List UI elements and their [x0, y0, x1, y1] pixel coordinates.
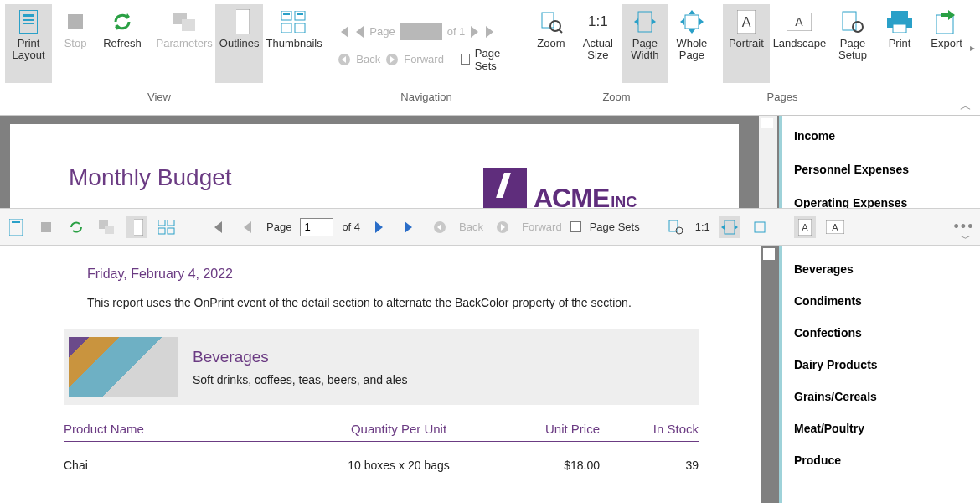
- outline-item[interactable]: Grains/Cereals: [794, 390, 977, 403]
- zoom-small-icon[interactable]: [665, 216, 687, 238]
- outline-item[interactable]: Beverages: [794, 262, 977, 276]
- report-title: Monthly Budget: [69, 164, 232, 191]
- page-sets-checkbox[interactable]: [461, 54, 470, 65]
- zoom-label: Zoom: [537, 38, 565, 49]
- report-page-top: Monthly Budget ACME INC: [10, 124, 739, 208]
- svg-line-19: [559, 29, 562, 33]
- whole-page-icon: [675, 8, 709, 36]
- page-width-icon: [628, 8, 662, 36]
- parameters-small-icon[interactable]: [95, 216, 117, 238]
- parameters-label: Parameters: [157, 38, 213, 49]
- thumbnails-button[interactable]: Thumbnails: [263, 4, 326, 83]
- portrait-label: Portrait: [729, 38, 764, 49]
- cell-price: $18.00: [482, 459, 600, 472]
- parameters-button[interactable]: Parameters: [153, 4, 216, 83]
- landscape-button[interactable]: A Landscape: [770, 4, 829, 83]
- forward-label-2: Forward: [522, 220, 562, 233]
- back-label: Back: [356, 53, 380, 65]
- actual-size-label: Actual Size: [583, 38, 613, 61]
- landscape-icon: A: [782, 8, 816, 36]
- page-word: Page: [369, 25, 395, 38]
- last-page-small-icon[interactable]: [399, 216, 420, 238]
- stop-small-icon[interactable]: [35, 216, 57, 238]
- page-width-label: Page Width: [631, 38, 658, 61]
- portrait-button[interactable]: A Portrait: [723, 4, 770, 83]
- svg-text:A: A: [832, 222, 838, 232]
- svg-rect-11: [281, 23, 291, 33]
- svg-text:A: A: [802, 222, 808, 234]
- first-page-icon[interactable]: [338, 26, 349, 38]
- col-product-name: Product Name: [64, 422, 315, 436]
- outline-item[interactable]: Produce: [794, 454, 977, 467]
- svg-rect-13: [283, 13, 290, 15]
- thumbnails-small-icon[interactable]: [156, 216, 178, 238]
- scrollbar-2[interactable]: [761, 246, 779, 503]
- table-row: Chai 10 boxes x 20 bags $18.00 39: [64, 459, 699, 472]
- col-qty: Quantity Per Unit: [315, 422, 482, 436]
- whole-page-label: Whole Page: [676, 38, 707, 61]
- refresh-button[interactable]: Refresh: [99, 4, 146, 83]
- print-layout-button[interactable]: Print Layout: [5, 4, 52, 83]
- outline-item[interactable]: Personnel Expenses: [794, 163, 977, 176]
- outline-item[interactable]: Income: [794, 129, 977, 143]
- back-small-icon[interactable]: [429, 216, 451, 238]
- print-button[interactable]: Print: [876, 4, 923, 83]
- outline-item[interactable]: Condiments: [794, 294, 977, 308]
- report-viewport-top: Monthly Budget ACME INC: [0, 116, 779, 208]
- forward-small-icon[interactable]: [492, 216, 513, 238]
- stop-button[interactable]: Stop: [52, 4, 99, 83]
- category-image: [69, 337, 178, 397]
- outlines-button[interactable]: Outlines: [215, 4, 262, 83]
- next-page-icon[interactable]: [470, 26, 480, 38]
- landscape-small-icon[interactable]: A: [824, 216, 846, 238]
- col-unit-price: Unit Price: [482, 422, 600, 436]
- outlines-small-icon[interactable]: [126, 216, 147, 238]
- page-input-top[interactable]: [400, 23, 442, 40]
- prev-page-icon[interactable]: [354, 26, 364, 38]
- zoom-icon: [534, 8, 568, 36]
- prev-page-small-icon[interactable]: [236, 216, 258, 238]
- page-width-small-icon[interactable]: [719, 216, 740, 238]
- svg-rect-33: [12, 221, 20, 223]
- table-header: Product Name Quantity Per Unit Unit Pric…: [64, 422, 699, 442]
- cell-stock: 39: [600, 459, 699, 472]
- refresh-small-icon[interactable]: [65, 216, 87, 238]
- page-input-2[interactable]: [300, 218, 333, 236]
- outline-item[interactable]: Dairy Products: [794, 358, 977, 371]
- export-button[interactable]: Export: [923, 4, 970, 83]
- print-layout-small-icon[interactable]: [5, 216, 27, 238]
- scrollbar-top[interactable]: [759, 116, 777, 208]
- outline-item[interactable]: Confections: [794, 326, 977, 340]
- page-setup-button[interactable]: Page Setup: [829, 4, 876, 83]
- ribbon-group-labels: View Navigation Zoom Pages: [0, 91, 980, 106]
- last-page-icon[interactable]: [485, 26, 497, 38]
- svg-rect-12: [295, 23, 305, 33]
- ribbon-top: Print Layout Stop Refresh Parameters Out…: [0, 0, 980, 116]
- onetoone-label-2[interactable]: 1:1: [695, 220, 710, 233]
- ribbon-collapse-icon[interactable]: ︿: [960, 99, 975, 111]
- whole-page-button[interactable]: Whole Page: [668, 4, 715, 83]
- print-label: Print: [889, 38, 911, 49]
- page-sets-checkbox-2[interactable]: [570, 221, 581, 232]
- first-page-small-icon[interactable]: [206, 216, 228, 238]
- svg-rect-40: [168, 220, 174, 226]
- svg-rect-48: [755, 222, 765, 232]
- group-pages-label: Pages: [699, 91, 866, 103]
- overflow-chevron-icon[interactable]: ▸: [970, 42, 975, 54]
- forward-icon[interactable]: [385, 53, 399, 66]
- portrait-icon: A: [730, 8, 763, 36]
- portrait-small-icon[interactable]: A: [794, 216, 816, 238]
- navigation-group: Page of 1 Back Forward Page Sets: [333, 4, 520, 91]
- whole-page-small-icon[interactable]: [749, 216, 771, 238]
- brand-suffix: INC: [611, 194, 637, 208]
- zoom-button[interactable]: Zoom: [528, 4, 575, 83]
- toolbar2-collapse-icon[interactable]: ﹀: [960, 231, 975, 243]
- of-label-top: of 1: [447, 25, 466, 38]
- actual-size-button[interactable]: 1:1 Actual Size: [575, 4, 622, 83]
- acme-logo-icon: [483, 168, 527, 208]
- page-width-button[interactable]: Page Width: [622, 4, 668, 83]
- svg-rect-26: [843, 12, 856, 30]
- outline-item[interactable]: Meat/Poultry: [794, 422, 977, 435]
- back-icon[interactable]: [338, 53, 351, 66]
- next-page-small-icon[interactable]: [369, 216, 390, 238]
